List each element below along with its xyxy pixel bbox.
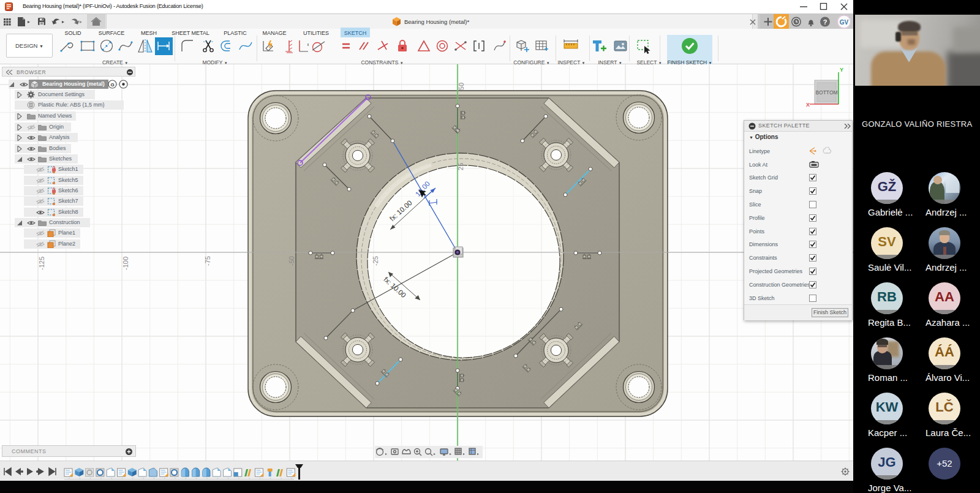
svg-text:25: 25 bbox=[457, 163, 464, 170]
svg-text:?: ? bbox=[823, 18, 827, 26]
svg-text:BOTTOM: BOTTOM bbox=[815, 89, 837, 96]
svg-text:X: X bbox=[806, 102, 810, 108]
svg-text:-50: -50 bbox=[288, 256, 295, 266]
svg-text:G: G bbox=[110, 82, 114, 88]
svg-text:50: 50 bbox=[458, 83, 465, 90]
svg-text:-25: -25 bbox=[372, 256, 379, 266]
svg-text:GV: GV bbox=[840, 19, 849, 26]
svg-text:Y: Y bbox=[840, 67, 843, 73]
